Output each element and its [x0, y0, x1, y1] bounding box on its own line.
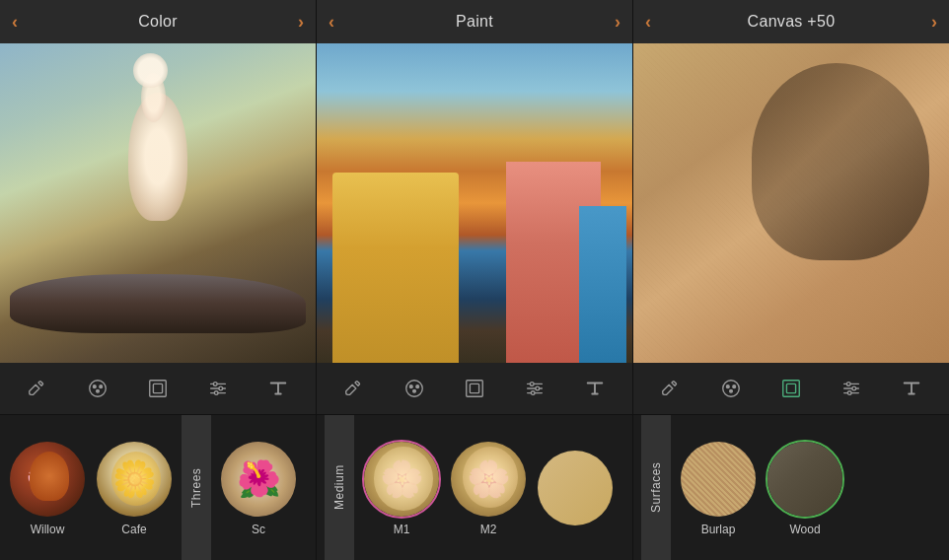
paint-nav-left[interactable]: ‹ [317, 12, 346, 33]
paint-text-tool[interactable] [577, 371, 613, 406]
street-scene [317, 139, 632, 363]
sc-flower-icon: 🌺 [237, 458, 281, 500]
panel-color-header: ‹ Color › [0, 0, 316, 43]
panel-paint-header: ‹ Paint › [317, 0, 632, 43]
preset-burlap-thumb [679, 440, 758, 519]
preset-plain[interactable] [536, 449, 615, 527]
color-panel-title: Color [138, 13, 178, 31]
preset-burlap[interactable]: Burlap [679, 440, 758, 536]
svg-rect-17 [470, 384, 478, 392]
svg-point-1 [94, 385, 97, 388]
panel-color: ‹ Color › [0, 0, 317, 414]
canvas-frame-tool[interactable] [773, 371, 809, 406]
preset-plain-thumb [536, 449, 615, 527]
color-section-vertical-label: Threes [182, 415, 211, 560]
willow-thumb-bg: 🌸 [10, 442, 85, 517]
svg-point-2 [100, 385, 103, 388]
preset-cafe-thumb: 🌼 [95, 440, 174, 519]
paint-panel-title: Paint [456, 13, 493, 31]
svg-point-14 [416, 385, 419, 388]
color-brush-tool[interactable] [20, 371, 55, 406]
canvas-panel-title: Canvas +50 [748, 13, 836, 31]
preset-cafe-label: Cafe [121, 523, 146, 536]
panel-canvas-header: ‹ Canvas +50 › [633, 0, 949, 43]
svg-point-11 [214, 391, 218, 395]
m2-thumb-bg: 🌸 [451, 442, 526, 517]
canvas-nav-left[interactable]: ‹ [633, 12, 663, 33]
bird [113, 73, 202, 270]
paint-brush-tool[interactable] [336, 371, 372, 406]
preset-sc-thumb: 🌺 [219, 440, 298, 519]
svg-point-12 [406, 381, 423, 397]
preset-m1-label: M1 [394, 523, 410, 536]
cafe-flower-icon: 🌼 [112, 458, 157, 500]
svg-point-33 [846, 383, 850, 386]
preset-burlap-label: Burlap [701, 523, 736, 536]
preset-willow[interactable]: 🌸 Willow [8, 440, 87, 536]
svg-rect-16 [467, 381, 483, 397]
svg-rect-5 [153, 384, 162, 392]
canvas-sliders-tool[interactable] [834, 371, 869, 406]
building-blue [579, 206, 626, 363]
preset-m1[interactable]: 🌸 M1 [362, 440, 441, 536]
m1-thumb-bg: 🌸 [364, 442, 439, 517]
burlap-thumb-bg [681, 442, 756, 517]
color-frame-tool[interactable] [140, 371, 176, 406]
color-sliders-tool[interactable] [200, 371, 236, 406]
color-toolbar [0, 363, 316, 414]
svg-point-26 [733, 385, 736, 388]
preset-wood-thumb [766, 440, 844, 519]
svg-point-9 [213, 383, 217, 386]
canvas-section-vertical-label: Surfaces [641, 415, 671, 560]
color-nav-left[interactable]: ‹ [0, 12, 30, 33]
preset-m2-label: M2 [480, 523, 497, 536]
preset-willow-thumb: 🌸 [8, 440, 87, 519]
m1-flower-icon: 🌸 [380, 458, 424, 500]
panels-row: ‹ Color › [0, 0, 949, 414]
panel-paint: ‹ Paint › [317, 0, 633, 414]
preset-wood[interactable]: Wood [766, 440, 844, 536]
head-sketch [752, 63, 929, 260]
svg-point-10 [219, 386, 223, 390]
canvas-panel-image [633, 43, 949, 363]
svg-point-34 [852, 386, 856, 390]
canvas-palette-tool[interactable] [713, 371, 749, 406]
svg-point-21 [530, 383, 534, 386]
svg-point-3 [97, 389, 100, 392]
preset-m1-thumb: 🌸 [362, 440, 441, 519]
portrait [712, 53, 929, 363]
color-palette-tool[interactable] [80, 371, 115, 406]
preset-m2-thumb: 🌸 [449, 440, 528, 519]
panel-canvas: ‹ Canvas +50 › [633, 0, 949, 414]
preset-willow-label: Willow [31, 523, 65, 536]
preset-cafe[interactable]: 🌼 Cafe [95, 440, 174, 536]
paint-frame-tool[interactable] [457, 371, 492, 406]
sc-thumb-bg: 🌺 [221, 442, 296, 517]
preset-sc[interactable]: 🌺 Sc [219, 440, 298, 536]
paint-toolbar [317, 363, 632, 414]
svg-point-25 [727, 385, 730, 388]
preset-m2[interactable]: 🌸 M2 [449, 440, 528, 536]
canvas-brush-tool[interactable] [653, 371, 689, 406]
paint-section-vertical-label: Medium [325, 415, 354, 560]
color-nav-right[interactable]: › [286, 12, 316, 33]
svg-point-23 [531, 391, 535, 395]
canvas-nav-right[interactable]: › [919, 12, 949, 33]
canvas-text-tool[interactable] [894, 371, 929, 406]
color-text-tool[interactable] [260, 371, 296, 406]
paint-palette-tool[interactable] [397, 371, 432, 406]
svg-point-24 [723, 381, 740, 397]
bottom-strip: 🌸 Willow 🌼 Cafe Threes 🌺 Sc [0, 414, 949, 560]
canvas-presets-section: Surfaces Burlap Wood [633, 415, 949, 560]
cafe-thumb-bg: 🌼 [97, 442, 172, 517]
paint-presets-section: Medium 🌸 M1 🌸 M2 [317, 415, 633, 560]
canvas-toolbar [633, 363, 949, 414]
svg-point-15 [413, 389, 416, 392]
svg-rect-29 [786, 384, 795, 392]
paint-nav-right[interactable]: › [603, 12, 632, 33]
svg-rect-4 [150, 381, 167, 397]
paint-sliders-tool[interactable] [517, 371, 552, 406]
svg-rect-28 [783, 381, 800, 397]
building-yellow [332, 173, 459, 363]
preset-sc-label: Sc [252, 523, 265, 536]
